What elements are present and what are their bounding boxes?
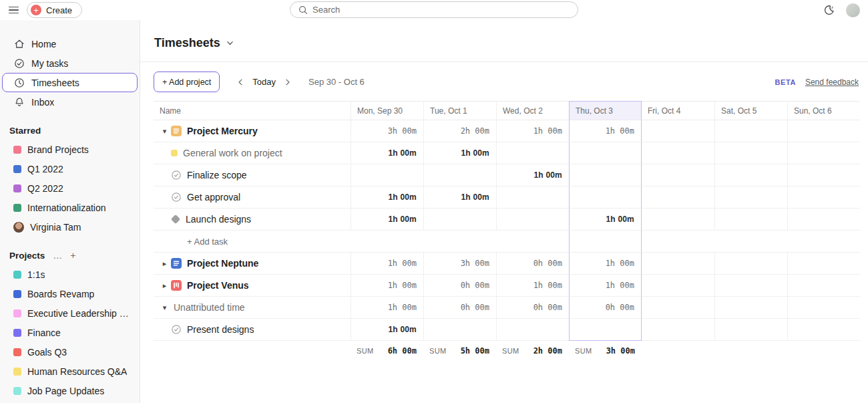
project-name[interactable]: Project Venus xyxy=(187,280,249,291)
timesheet-cell[interactable]: 0h 00m xyxy=(423,297,496,319)
timesheet-cell[interactable] xyxy=(569,186,642,209)
task-name[interactable]: Launch designs xyxy=(186,214,251,225)
prev-week-icon[interactable] xyxy=(234,76,247,89)
timesheet-cell[interactable]: 1h 00m xyxy=(569,209,642,231)
timesheet-cell[interactable] xyxy=(714,142,787,164)
starred-item-q2-2022[interactable]: Q2 2022 xyxy=(3,178,136,198)
timesheet-cell[interactable] xyxy=(642,142,714,164)
project-name[interactable]: Project Mercury xyxy=(187,126,258,136)
timesheet-cell[interactable] xyxy=(642,319,714,341)
add-task-button[interactable]: + Add task xyxy=(187,237,228,247)
timesheet-cell[interactable] xyxy=(642,231,714,253)
project-name[interactable]: Project Neptune xyxy=(187,258,258,269)
project-item-1-1s[interactable]: 1:1s xyxy=(3,265,136,284)
timesheet-cell[interactable] xyxy=(642,164,714,186)
expand-chevron-icon[interactable]: ▸ xyxy=(158,259,171,268)
collapse-chevron-icon[interactable]: ▾ xyxy=(158,127,171,136)
timesheet-cell[interactable]: 1h 00m xyxy=(351,275,423,297)
timesheet-cell[interactable]: 1h 00m xyxy=(423,186,496,209)
starred-header-label[interactable]: Starred xyxy=(9,126,41,136)
project-item-human-resources-q-a[interactable]: Human Resources Q&A xyxy=(3,362,136,381)
timesheet-cell[interactable]: 1h 00m xyxy=(423,142,496,164)
add-project-button[interactable]: + Add project xyxy=(154,72,220,92)
timesheet-cell[interactable] xyxy=(423,209,496,231)
create-button[interactable]: + Create xyxy=(27,2,82,18)
avatar[interactable] xyxy=(846,3,860,17)
timesheet-cell[interactable] xyxy=(787,209,860,231)
starred-item-brand-projects[interactable]: Brand Projects xyxy=(3,140,136,159)
timesheet-cell[interactable] xyxy=(787,253,860,275)
project-item-job-page-updates[interactable]: Job Page Updates xyxy=(3,381,136,400)
timesheet-cell[interactable] xyxy=(787,120,860,142)
timesheet-cell[interactable] xyxy=(787,186,860,209)
timesheet-cell[interactable] xyxy=(787,231,860,253)
sidebar-item-timesheets[interactable]: Timesheets xyxy=(2,73,138,92)
menu-icon[interactable] xyxy=(0,7,27,14)
sidebar-item-inbox[interactable]: Inbox xyxy=(3,92,136,112)
timesheet-cell[interactable] xyxy=(423,164,496,186)
timesheet-cell[interactable]: 1h 00m xyxy=(569,275,642,297)
timesheet-cell[interactable] xyxy=(714,186,787,209)
timesheet-cell[interactable] xyxy=(642,209,714,231)
expand-chevron-icon[interactable]: ▸ xyxy=(158,281,171,290)
timesheet-cell[interactable] xyxy=(569,231,642,253)
sidebar-item-home[interactable]: Home xyxy=(3,34,136,53)
collapse-chevron-icon[interactable]: ▾ xyxy=(158,303,171,312)
search-input[interactable] xyxy=(312,5,570,15)
snooze-icon[interactable]: z xyxy=(823,4,835,16)
timesheet-cell[interactable] xyxy=(496,186,569,209)
timesheet-cell[interactable]: 2h 00m xyxy=(423,120,496,142)
timesheet-cell[interactable]: 1h 00m xyxy=(351,142,423,164)
timesheet-cell[interactable]: 1h 00m xyxy=(496,275,569,297)
project-item-executive-leadership-gr[interactable]: Executive Leadership Gr... xyxy=(3,303,136,323)
starred-item-internationalization[interactable]: Internationalization xyxy=(3,198,136,217)
timesheet-cell[interactable] xyxy=(787,319,860,341)
search-bar[interactable] xyxy=(290,1,578,18)
timesheet-cell[interactable] xyxy=(569,319,642,341)
timesheet-cell[interactable] xyxy=(642,186,714,209)
timesheet-cell[interactable] xyxy=(714,120,787,142)
sidebar-item-my-tasks[interactable]: My tasks xyxy=(3,53,136,73)
project-item-finance[interactable]: Finance xyxy=(3,323,136,342)
timesheet-cell[interactable]: 3h 00m xyxy=(351,120,423,142)
projects-add-icon[interactable]: + xyxy=(70,250,75,261)
timesheet-cell[interactable]: 1h 00m xyxy=(351,253,423,275)
timesheet-cell[interactable]: 0h 00m xyxy=(423,275,496,297)
timesheet-cell[interactable] xyxy=(714,231,787,253)
timesheet-cell[interactable] xyxy=(642,253,714,275)
starred-item-q1-2022[interactable]: Q1 2022 xyxy=(3,159,136,178)
project-item-goals-q3[interactable]: Goals Q3 xyxy=(3,342,136,362)
task-name[interactable]: Finalize scope xyxy=(187,170,247,180)
projects-header-label[interactable]: Projects xyxy=(9,251,45,261)
timesheet-cell[interactable] xyxy=(569,164,642,186)
timesheet-cell[interactable] xyxy=(496,231,569,253)
timesheet-cell[interactable]: 1h 00m xyxy=(496,120,569,142)
timesheet-cell[interactable] xyxy=(642,275,714,297)
timesheet-cell[interactable] xyxy=(787,142,860,164)
timesheet-cell[interactable] xyxy=(496,142,569,164)
timesheet-cell[interactable]: 1h 00m xyxy=(351,186,423,209)
timesheet-cell[interactable]: 0h 00m xyxy=(569,297,642,319)
project-name[interactable]: Unattributed time xyxy=(174,302,245,313)
timesheet-cell[interactable] xyxy=(714,164,787,186)
timesheet-cell[interactable] xyxy=(787,297,860,319)
timesheet-cell[interactable] xyxy=(714,275,787,297)
timesheet-cell[interactable] xyxy=(714,319,787,341)
timesheet-cell[interactable] xyxy=(351,231,423,253)
timesheet-cell[interactable]: 1h 00m xyxy=(351,319,423,341)
timesheet-cell[interactable]: 1h 00m xyxy=(351,297,423,319)
timesheet-cell[interactable] xyxy=(714,209,787,231)
timesheet-cell[interactable] xyxy=(496,209,569,231)
task-name[interactable]: Get approval xyxy=(187,192,240,203)
timesheet-cell[interactable]: 1h 00m xyxy=(569,120,642,142)
timesheet-cell[interactable] xyxy=(714,297,787,319)
today-button[interactable]: Today xyxy=(252,77,276,87)
timesheet-cell[interactable] xyxy=(642,120,714,142)
timesheet-cell[interactable]: 3h 00m xyxy=(423,253,496,275)
timesheet-cell[interactable] xyxy=(787,275,860,297)
projects-ellipsis-icon[interactable]: … xyxy=(53,250,62,261)
timesheet-cell[interactable]: 0h 00m xyxy=(496,253,569,275)
timesheet-cell[interactable] xyxy=(642,297,714,319)
timesheet-cell[interactable]: 1h 00m xyxy=(496,164,569,186)
task-name[interactable]: General work on project xyxy=(183,148,282,158)
